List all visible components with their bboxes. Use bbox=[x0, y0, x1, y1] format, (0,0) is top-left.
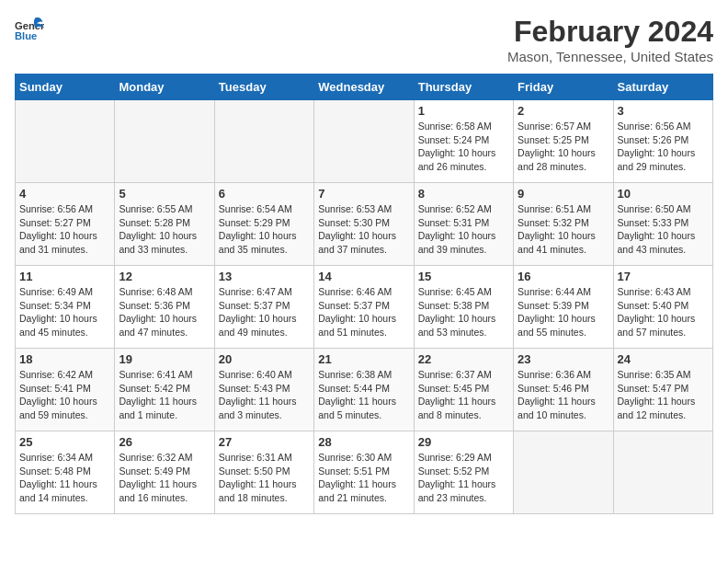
day-number: 23 bbox=[518, 352, 609, 366]
day-number: 13 bbox=[219, 270, 310, 283]
day-number: 18 bbox=[19, 352, 110, 366]
calendar-cell: 22Sunrise: 6:37 AMSunset: 5:45 PMDayligh… bbox=[414, 349, 513, 431]
day-info: Sunrise: 6:32 AMSunset: 5:49 PMDaylight:… bbox=[119, 451, 210, 505]
header-tuesday: Tuesday bbox=[214, 75, 313, 100]
day-info: Sunrise: 6:45 AMSunset: 5:38 PMDaylight:… bbox=[418, 285, 509, 339]
svg-text:Blue: Blue bbox=[15, 30, 37, 41]
calendar-week-2: 4Sunrise: 6:56 AMSunset: 5:27 PMDaylight… bbox=[16, 183, 713, 266]
day-info: Sunrise: 6:53 AMSunset: 5:30 PMDaylight:… bbox=[318, 202, 409, 257]
calendar-cell bbox=[613, 431, 712, 514]
day-info: Sunrise: 6:42 AMSunset: 5:41 PMDaylight:… bbox=[19, 368, 110, 422]
calendar-cell: 2Sunrise: 6:57 AMSunset: 5:25 PMDaylight… bbox=[514, 100, 613, 183]
day-number: 10 bbox=[618, 187, 709, 201]
day-number: 29 bbox=[418, 435, 509, 449]
day-number: 16 bbox=[518, 270, 609, 283]
calendar-cell: 18Sunrise: 6:42 AMSunset: 5:41 PMDayligh… bbox=[16, 349, 115, 431]
calendar-cell: 27Sunrise: 6:31 AMSunset: 5:50 PMDayligh… bbox=[214, 431, 313, 514]
calendar-cell: 4Sunrise: 6:56 AMSunset: 5:27 PMDaylight… bbox=[16, 183, 115, 266]
page-title: February 2024 bbox=[507, 15, 713, 49]
day-info: Sunrise: 6:41 AMSunset: 5:42 PMDaylight:… bbox=[119, 368, 210, 422]
calendar-cell bbox=[214, 100, 313, 183]
day-info: Sunrise: 6:55 AMSunset: 5:28 PMDaylight:… bbox=[119, 202, 210, 257]
calendar-cell: 3Sunrise: 6:56 AMSunset: 5:26 PMDaylight… bbox=[613, 100, 712, 183]
title-section: February 2024 Mason, Tennessee, United S… bbox=[507, 15, 713, 64]
calendar-cell bbox=[16, 100, 115, 183]
day-number: 26 bbox=[119, 435, 210, 449]
day-number: 11 bbox=[19, 270, 110, 283]
day-info: Sunrise: 6:38 AMSunset: 5:44 PMDaylight:… bbox=[318, 368, 409, 422]
day-number: 6 bbox=[219, 187, 310, 201]
day-info: Sunrise: 6:54 AMSunset: 5:29 PMDaylight:… bbox=[219, 202, 310, 257]
day-number: 21 bbox=[318, 352, 409, 366]
day-number: 25 bbox=[19, 435, 110, 449]
day-info: Sunrise: 6:49 AMSunset: 5:34 PMDaylight:… bbox=[19, 285, 110, 339]
day-info: Sunrise: 6:40 AMSunset: 5:43 PMDaylight:… bbox=[219, 368, 310, 422]
day-info: Sunrise: 6:43 AMSunset: 5:40 PMDaylight:… bbox=[618, 285, 709, 339]
calendar-cell: 19Sunrise: 6:41 AMSunset: 5:42 PMDayligh… bbox=[115, 349, 214, 431]
page-subtitle: Mason, Tennessee, United States bbox=[507, 49, 713, 64]
day-number: 5 bbox=[119, 187, 210, 201]
calendar-cell: 24Sunrise: 6:35 AMSunset: 5:47 PMDayligh… bbox=[613, 349, 712, 431]
day-number: 4 bbox=[19, 187, 110, 201]
calendar-cell bbox=[514, 431, 613, 514]
header-thursday: Thursday bbox=[414, 75, 513, 100]
logo: General Blue bbox=[15, 15, 44, 44]
day-info: Sunrise: 6:56 AMSunset: 5:26 PMDaylight:… bbox=[618, 120, 709, 174]
day-number: 14 bbox=[318, 270, 409, 283]
day-info: Sunrise: 6:50 AMSunset: 5:33 PMDaylight:… bbox=[618, 202, 709, 257]
calendar-cell: 6Sunrise: 6:54 AMSunset: 5:29 PMDaylight… bbox=[214, 183, 313, 266]
day-number: 12 bbox=[119, 270, 210, 283]
calendar-cell: 16Sunrise: 6:44 AMSunset: 5:39 PMDayligh… bbox=[514, 266, 613, 349]
day-info: Sunrise: 6:47 AMSunset: 5:37 PMDaylight:… bbox=[219, 285, 310, 339]
day-number: 22 bbox=[418, 352, 509, 366]
day-info: Sunrise: 6:36 AMSunset: 5:46 PMDaylight:… bbox=[518, 368, 609, 422]
calendar-cell: 12Sunrise: 6:48 AMSunset: 5:36 PMDayligh… bbox=[115, 266, 214, 349]
calendar-cell: 29Sunrise: 6:29 AMSunset: 5:52 PMDayligh… bbox=[414, 431, 513, 514]
calendar-cell bbox=[314, 100, 414, 183]
calendar-cell: 17Sunrise: 6:43 AMSunset: 5:40 PMDayligh… bbox=[613, 266, 712, 349]
calendar-table: SundayMondayTuesdayWednesdayThursdayFrid… bbox=[15, 74, 713, 514]
calendar-cell: 25Sunrise: 6:34 AMSunset: 5:48 PMDayligh… bbox=[16, 431, 115, 514]
calendar-cell: 10Sunrise: 6:50 AMSunset: 5:33 PMDayligh… bbox=[613, 183, 712, 266]
calendar-cell: 7Sunrise: 6:53 AMSunset: 5:30 PMDaylight… bbox=[314, 183, 414, 266]
day-info: Sunrise: 6:34 AMSunset: 5:48 PMDaylight:… bbox=[19, 451, 110, 505]
header-sunday: Sunday bbox=[16, 75, 115, 100]
header-friday: Friday bbox=[514, 75, 613, 100]
logo-icon: General Blue bbox=[15, 15, 44, 44]
day-number: 1 bbox=[418, 104, 509, 118]
calendar-cell: 8Sunrise: 6:52 AMSunset: 5:31 PMDaylight… bbox=[414, 183, 513, 266]
day-info: Sunrise: 6:29 AMSunset: 5:52 PMDaylight:… bbox=[418, 451, 509, 505]
header-monday: Monday bbox=[115, 75, 214, 100]
calendar-cell: 14Sunrise: 6:46 AMSunset: 5:37 PMDayligh… bbox=[314, 266, 414, 349]
calendar-cell: 9Sunrise: 6:51 AMSunset: 5:32 PMDaylight… bbox=[514, 183, 613, 266]
day-info: Sunrise: 6:31 AMSunset: 5:50 PMDaylight:… bbox=[219, 451, 310, 505]
day-info: Sunrise: 6:48 AMSunset: 5:36 PMDaylight:… bbox=[119, 285, 210, 339]
day-info: Sunrise: 6:30 AMSunset: 5:51 PMDaylight:… bbox=[318, 451, 409, 505]
calendar-cell: 21Sunrise: 6:38 AMSunset: 5:44 PMDayligh… bbox=[314, 349, 414, 431]
day-number: 19 bbox=[119, 352, 210, 366]
calendar-cell: 23Sunrise: 6:36 AMSunset: 5:46 PMDayligh… bbox=[514, 349, 613, 431]
day-number: 7 bbox=[318, 187, 409, 201]
day-number: 17 bbox=[618, 270, 709, 283]
calendar-header-row: SundayMondayTuesdayWednesdayThursdayFrid… bbox=[16, 75, 713, 100]
day-number: 8 bbox=[418, 187, 509, 201]
calendar-cell: 11Sunrise: 6:49 AMSunset: 5:34 PMDayligh… bbox=[16, 266, 115, 349]
day-info: Sunrise: 6:56 AMSunset: 5:27 PMDaylight:… bbox=[19, 202, 110, 257]
calendar-cell bbox=[115, 100, 214, 183]
day-info: Sunrise: 6:46 AMSunset: 5:37 PMDaylight:… bbox=[318, 285, 409, 339]
calendar-cell: 20Sunrise: 6:40 AMSunset: 5:43 PMDayligh… bbox=[214, 349, 313, 431]
calendar-week-3: 11Sunrise: 6:49 AMSunset: 5:34 PMDayligh… bbox=[16, 266, 713, 349]
calendar-cell: 13Sunrise: 6:47 AMSunset: 5:37 PMDayligh… bbox=[214, 266, 313, 349]
day-info: Sunrise: 6:57 AMSunset: 5:25 PMDaylight:… bbox=[518, 120, 609, 174]
day-info: Sunrise: 6:58 AMSunset: 5:24 PMDaylight:… bbox=[418, 120, 509, 174]
day-info: Sunrise: 6:44 AMSunset: 5:39 PMDaylight:… bbox=[518, 285, 609, 339]
day-number: 15 bbox=[418, 270, 509, 283]
day-info: Sunrise: 6:52 AMSunset: 5:31 PMDaylight:… bbox=[418, 202, 509, 257]
calendar-cell: 26Sunrise: 6:32 AMSunset: 5:49 PMDayligh… bbox=[115, 431, 214, 514]
day-number: 28 bbox=[318, 435, 409, 449]
day-number: 24 bbox=[618, 352, 709, 366]
calendar-cell: 15Sunrise: 6:45 AMSunset: 5:38 PMDayligh… bbox=[414, 266, 513, 349]
day-number: 3 bbox=[618, 104, 709, 118]
day-number: 27 bbox=[219, 435, 310, 449]
page-header: General Blue February 2024 Mason, Tennes… bbox=[15, 15, 713, 64]
